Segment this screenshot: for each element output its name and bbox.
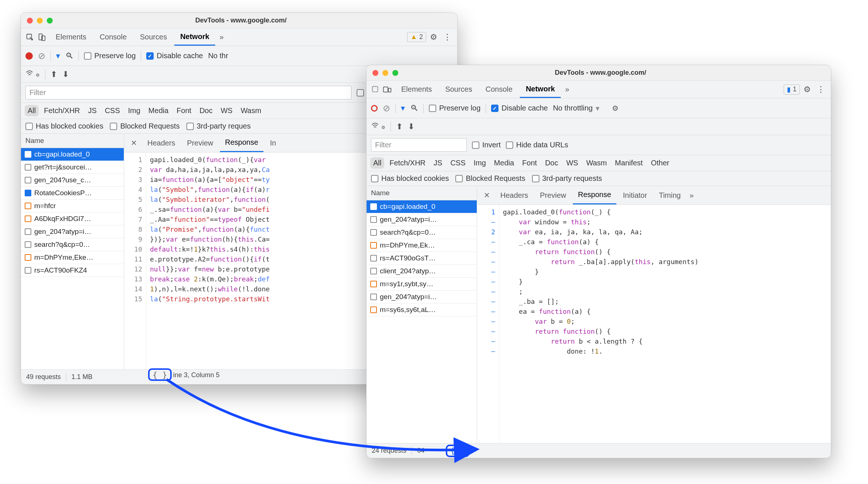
type-filter-manifest[interactable]: Manifest xyxy=(612,157,646,169)
type-filter-css[interactable]: CSS xyxy=(102,105,123,116)
search-icon[interactable]: 🔍︎ xyxy=(410,104,418,113)
pretty-print-button[interactable]: { } xyxy=(148,368,172,381)
type-filter-all[interactable]: All xyxy=(25,105,39,116)
request-row[interactable]: m=DhPYme,Eke… xyxy=(21,251,124,264)
network-conditions-icon[interactable]: ⚙ xyxy=(371,122,385,131)
has-blocked-cookies-checkbox[interactable]: Has blocked cookies xyxy=(25,122,103,130)
record-button[interactable] xyxy=(371,105,378,112)
type-filter-img[interactable]: Img xyxy=(471,157,489,169)
type-filter-wasm[interactable]: Wasm xyxy=(238,105,264,116)
tab-console[interactable]: Console xyxy=(94,29,132,45)
type-filter-media[interactable]: Media xyxy=(146,105,171,116)
type-filter-fetchxhr[interactable]: Fetch/XHR xyxy=(41,105,83,116)
detail-tab-headers[interactable]: Headers xyxy=(495,187,533,204)
name-column-header[interactable]: Name xyxy=(21,134,124,148)
throttling-select[interactable]: No throttling▾ xyxy=(553,104,599,113)
request-row[interactable]: gen_204?atyp=i… xyxy=(367,291,477,304)
tab-sources[interactable]: Sources xyxy=(439,81,478,97)
record-button[interactable] xyxy=(25,52,33,60)
third-party-checkbox[interactable]: 3rd-party requests xyxy=(532,174,602,183)
request-row[interactable]: rs=ACT90oGsT… xyxy=(367,252,477,265)
blocked-requests-checkbox[interactable]: Blocked Requests xyxy=(110,122,179,130)
request-row[interactable]: cb=gapi.loaded_0 xyxy=(367,200,477,213)
network-settings-gear-icon[interactable]: ⚙ xyxy=(610,104,621,113)
clear-icon[interactable]: ⊘ xyxy=(383,103,390,113)
download-har-icon[interactable]: ⬇ xyxy=(62,70,69,79)
inspect-icon[interactable] xyxy=(25,33,35,41)
disable-cache-checkbox[interactable]: ✓Disable cache xyxy=(491,104,548,112)
detail-tab-response[interactable]: Response xyxy=(220,134,263,152)
upload-har-icon[interactable]: ⬆ xyxy=(50,70,57,79)
inspect-icon[interactable] xyxy=(370,85,381,94)
type-filter-wasm[interactable]: Wasm xyxy=(583,157,610,169)
menu-kebab-icon[interactable]: ⋮ xyxy=(441,32,454,42)
more-tabs[interactable]: » xyxy=(217,29,227,45)
filter-input[interactable]: Filter xyxy=(25,86,351,99)
type-filter-font[interactable]: Font xyxy=(519,157,540,169)
request-row[interactable]: RotateCookiesP… xyxy=(21,187,124,200)
close-dot-icon[interactable] xyxy=(27,18,33,24)
type-filter-font[interactable]: Font xyxy=(174,105,194,116)
type-filter-img[interactable]: Img xyxy=(125,105,143,116)
request-row[interactable]: client_204?atyp… xyxy=(367,265,477,278)
request-row[interactable]: gen_204?use_c… xyxy=(21,174,124,187)
zoom-dot-icon[interactable] xyxy=(47,18,53,24)
filter-funnel-icon[interactable]: ▾ xyxy=(401,104,405,113)
request-row[interactable]: m=sy6s,sy6t,aL… xyxy=(367,304,477,316)
disable-cache-checkbox[interactable]: ✓Disable cache xyxy=(146,52,203,60)
more-tabs[interactable]: » xyxy=(562,81,572,97)
filter-input[interactable]: Filter xyxy=(371,138,467,152)
type-filter-all[interactable]: All xyxy=(370,157,384,169)
filter-funnel-icon[interactable]: ▾ xyxy=(56,51,60,61)
search-icon[interactable]: 🔍︎ xyxy=(65,51,73,61)
request-row[interactable]: gen_204?atyp=i… xyxy=(21,225,124,238)
minimize-dot-icon[interactable] xyxy=(37,18,43,24)
type-filter-other[interactable]: Other xyxy=(648,157,672,169)
detail-tab-preview[interactable]: Preview xyxy=(535,187,571,204)
request-row[interactable]: rs=ACT90oFKZ4 xyxy=(21,264,124,277)
settings-gear-icon[interactable]: ⚙ xyxy=(428,32,440,42)
hide-data-urls-checkbox[interactable]: Hide data URLs xyxy=(506,141,568,149)
download-har-icon[interactable]: ⬇ xyxy=(408,122,414,131)
detail-tab-preview[interactable]: Preview xyxy=(182,134,218,152)
type-filter-ws[interactable]: WS xyxy=(563,157,581,169)
device-icon[interactable] xyxy=(36,33,47,41)
request-row[interactable]: m=sy1r,sybt,sy… xyxy=(367,278,477,291)
throttling-select[interactable]: No thr xyxy=(208,52,228,60)
request-row[interactable]: search?q&cp=0… xyxy=(21,238,124,251)
type-filter-media[interactable]: Media xyxy=(491,157,517,169)
close-detail-icon[interactable]: ✕ xyxy=(480,188,494,203)
invert-checkbox[interactable]: Invert xyxy=(472,141,501,149)
minimize-dot-icon[interactable] xyxy=(382,70,388,76)
tab-elements[interactable]: Elements xyxy=(395,81,438,97)
messages-chip[interactable]: ▮1 xyxy=(784,84,800,95)
detail-tab-initiator[interactable]: Initiator xyxy=(618,187,652,204)
tab-elements[interactable]: Elements xyxy=(50,29,92,45)
request-row[interactable]: get?rt=j&sourcei… xyxy=(21,161,124,174)
device-icon[interactable] xyxy=(382,86,392,93)
has-blocked-cookies-checkbox[interactable]: Has blocked cookies xyxy=(371,174,449,183)
code-viewer[interactable]: 1–2–––––––––––– gapi.loaded_0(function(_… xyxy=(477,205,831,443)
request-row[interactable]: gen_204?atyp=i… xyxy=(367,213,477,226)
upload-har-icon[interactable]: ⬆ xyxy=(396,122,403,131)
request-row[interactable]: search?q&cp=0… xyxy=(367,226,477,239)
detail-tab-more[interactable]: » xyxy=(687,187,696,204)
type-filter-ws[interactable]: WS xyxy=(218,105,235,116)
tab-network[interactable]: Network xyxy=(520,81,561,98)
request-row[interactable]: cb=gapi.loaded_0 xyxy=(21,148,124,161)
type-filter-doc[interactable]: Doc xyxy=(196,105,216,116)
type-filter-fetchxhr[interactable]: Fetch/XHR xyxy=(386,157,428,169)
tab-sources[interactable]: Sources xyxy=(134,29,173,45)
detail-tab-headers[interactable]: Headers xyxy=(142,134,181,152)
close-detail-icon[interactable]: ✕ xyxy=(127,136,141,150)
detail-tab-response[interactable]: Response xyxy=(573,186,616,204)
type-filter-js[interactable]: JS xyxy=(85,105,99,116)
preserve-log-checkbox[interactable]: Preserve log xyxy=(84,52,136,60)
request-row[interactable]: m=DhPYme,Ek… xyxy=(367,239,477,252)
type-filter-js[interactable]: JS xyxy=(431,157,445,169)
detail-tab-timing[interactable]: Timing xyxy=(654,187,686,204)
type-filter-doc[interactable]: Doc xyxy=(542,157,561,169)
settings-gear-icon[interactable]: ⚙ xyxy=(801,85,813,94)
traffic-lights[interactable] xyxy=(372,70,398,76)
request-row[interactable]: m=hfcr xyxy=(21,200,124,213)
